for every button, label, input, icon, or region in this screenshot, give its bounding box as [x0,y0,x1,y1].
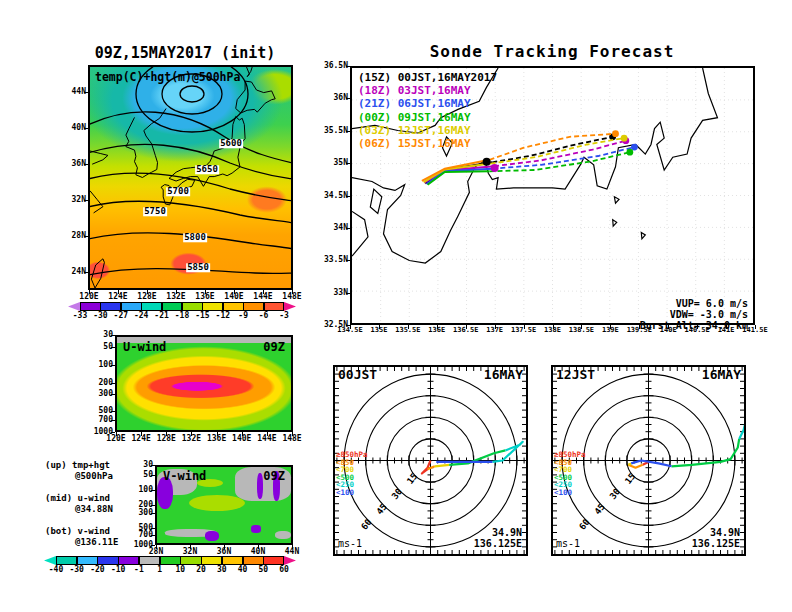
x-tick-mark [495,325,496,329]
hodo-lat-label: 34.9N [646,528,740,539]
vwind-note-line2: @136.11E [75,538,118,547]
x-tick-mark [166,432,167,436]
x-tick-label: 128E [131,293,163,301]
vwind-gray-patch [275,531,291,539]
vwind-note-line1: (bot) v-wind [45,527,110,536]
y-tick-mark [84,164,88,165]
y-tick-mark [84,236,88,237]
y-tick-mark [84,272,88,273]
map500-colorbar-cell [100,302,121,311]
y-tick-label: 35N [306,159,348,167]
coastline [352,211,368,256]
y-tick-mark [151,465,155,466]
y-tick-mark [151,528,155,529]
y-tick-mark [151,505,155,506]
x-tick-label: 136E [189,293,221,301]
hodograph-svg: 15304560 [553,367,744,554]
vwind-colorbar-cell [97,556,118,565]
vwind-yellowgreen-patch [189,495,245,511]
vwind-purple-patch [205,531,219,541]
y-tick-mark [151,490,155,491]
vwind-colorbar-cell [180,556,201,565]
height-contour [90,201,291,223]
x-tick-label: 120E [73,293,105,301]
x-tick-mark [89,290,90,294]
y-tick-label: 700 [71,416,113,424]
contour-label: 5850 [186,263,210,272]
x-tick-label: 132E [160,293,192,301]
coastline [370,189,382,213]
vwind-colorbar-cell [201,556,222,565]
uwind-time-label: 09Z [263,340,285,354]
map500-colorbar-cell [202,302,223,311]
track-end-marker-06Z [612,130,619,137]
wind-trace-<100 [631,461,671,467]
y-tick-mark [84,128,88,129]
ring-speed-label: 45 [592,502,607,517]
x-tick-mark [147,290,148,294]
y-tick-label: 32N [44,196,86,204]
y-tick-label: 300 [71,389,113,397]
contour-label: 5800 [183,233,207,242]
forecast-dashboard: 09Z,15MAY2017 (init) Sonde Tracking Fore… [0,0,792,612]
y-tick-label: 28N [44,232,86,240]
x-tick-mark [466,325,467,329]
vwind-colorbar-label: 60 [272,566,296,574]
coastline [236,81,276,113]
y-tick-label: 33.5N [306,256,348,264]
x-tick-mark [553,325,554,329]
vwind-purple-patch [257,473,263,499]
sonde-legend-entry: (06Z) 15JST,16MAY [358,138,471,150]
x-tick-mark [118,290,119,294]
x-tick-mark [205,290,206,294]
y-tick-mark [151,535,155,536]
y-tick-mark [111,365,115,366]
y-tick-label: 100 [71,361,113,369]
y-tick-mark [151,545,155,546]
x-tick-label: 144E [247,293,279,301]
x-tick-mark [116,432,117,436]
coastline [126,109,166,178]
y-tick-mark [111,347,115,348]
vwind-label: V-wind [163,469,206,483]
vwind-colorbar-cell [139,556,160,565]
x-tick-mark [242,432,243,436]
x-tick-mark [176,290,177,294]
sonde-info-line: VDW= -3.0 m/s [588,310,748,321]
x-tick-mark [234,290,235,294]
hodo-date-label: 16MAY [661,368,741,382]
vwind-colorbar-cell [222,556,243,565]
contour-label: 5600 [219,139,243,148]
hodo-lon-label: 136.125E [428,539,522,550]
sonde-info-line: VUP= 6.0 m/s [588,299,748,310]
map500-colorbar-cell [284,302,296,311]
contour-label: 5700 [166,187,190,196]
y-tick-label: 1000 [71,428,113,436]
vwind-colorbar-cell [118,556,139,565]
y-tick-mark [151,513,155,514]
y-tick-label: 50 [111,471,153,479]
y-tick-mark [111,411,115,412]
x-tick-mark [379,325,380,329]
y-tick-mark [346,228,350,229]
track-end-marker-21Z [631,144,638,151]
x-tick-label: 140E [218,293,250,301]
x-tick-label: 148E [276,435,308,443]
y-tick-label: 35.5N [306,127,348,135]
x-tick-mark [755,325,756,329]
y-tick-label: 36N [44,160,86,168]
vwind-note-line1: (up) tmp+hgt [45,461,110,470]
y-tick-mark [111,394,115,395]
vwind-colorbar-cell [243,556,264,565]
x-tick-mark [224,545,225,549]
contour-label: 5650 [195,165,219,174]
hodo-lat-label: 34.9N [428,528,522,539]
y-tick-mark [346,131,350,132]
y-tick-label: 100 [111,486,153,494]
height-contour [90,112,291,163]
y-tick-mark [151,475,155,476]
map500-contours-svg [90,67,291,288]
y-tick-mark [346,66,350,67]
y-tick-label: 30 [111,461,153,469]
ring-speed-label: 60 [577,517,592,532]
